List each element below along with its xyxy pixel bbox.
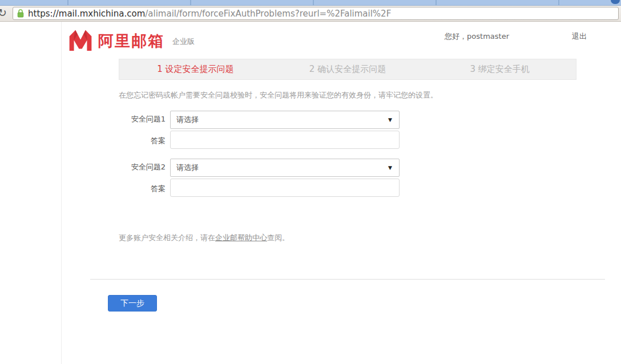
help-text: 更多账户安全相关介绍，请在企业邮帮助中心查阅。 (119, 233, 289, 243)
answer1-input[interactable] (170, 131, 400, 149)
question1-label: 安全问题1 (62, 114, 166, 124)
browser-titlebar (0, 0, 621, 6)
step-bar: 1 设定安全提示问题 2 确认安全提示问题 3 绑定安全手机 (119, 59, 576, 80)
browser-toolbar: ↻ https://mail.mxhichina.com/alimail/for… (0, 6, 621, 22)
reload-icon[interactable]: ↻ (0, 5, 9, 20)
answer2-label: 答案 (62, 184, 166, 194)
intro-text: 在您忘记密码或帐户需要安全问题校验时，安全问题将用来验证您的有效身份，请牢记您的… (119, 90, 438, 100)
question2-select[interactable]: 请选择 ▼ (170, 159, 400, 177)
question2-selected-value: 请选择 (176, 159, 199, 176)
browser-profile-button[interactable] (611, 0, 620, 4)
page-content: 阿里邮箱 企业版 您好，postmaster 退出 1 设定安全提示问题 2 确… (0, 22, 621, 364)
url-path-part: /alimail/form/forceFixAuthProblems?reurl… (145, 9, 391, 19)
answer2-input[interactable] (170, 179, 400, 197)
url-text: https://mail.mxhichina.com/alimail/form/… (28, 9, 391, 19)
chevron-down-icon: ▼ (388, 111, 392, 128)
next-step-button[interactable]: 下一步 (108, 295, 157, 312)
brand-edition: 企业版 (172, 37, 195, 47)
question1-selected-value: 请选择 (176, 111, 199, 128)
address-bar[interactable]: https://mail.mxhichina.com/alimail/form/… (13, 7, 619, 20)
chevron-down-icon: ▼ (388, 159, 392, 176)
section-divider (90, 279, 605, 280)
user-greeting: 您好，postmaster (445, 31, 509, 42)
url-secure-part: https://mail.mxhichina.com (28, 9, 145, 19)
question1-select[interactable]: 请选择 ▼ (170, 111, 400, 129)
step-1-set-questions: 1 设定安全提示问题 (119, 59, 272, 79)
logout-link[interactable]: 退出 (572, 31, 587, 42)
step-2-confirm-questions: 2 确认安全提示问题 (272, 59, 424, 79)
help-suffix: 查阅。 (267, 233, 289, 242)
screen: ↻ https://mail.mxhichina.com/alimail/for… (0, 0, 621, 364)
help-prefix: 更多账户安全相关介绍，请在 (119, 233, 215, 242)
help-center-link[interactable]: 企业邮帮助中心 (215, 233, 267, 242)
brand-name: 阿里邮箱 (98, 31, 164, 51)
alimail-logo-icon (68, 29, 93, 51)
step-3-bind-phone: 3 绑定安全手机 (424, 59, 576, 79)
question2-label: 安全问题2 (62, 162, 166, 172)
lock-icon (17, 9, 24, 18)
answer1-label: 答案 (62, 136, 166, 146)
